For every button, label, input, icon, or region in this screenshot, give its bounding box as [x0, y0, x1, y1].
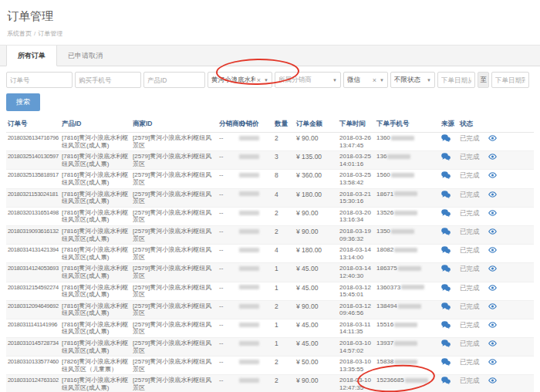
clear-icon[interactable]: ×: [373, 76, 376, 84]
merchant-cell: [2579]黄河小浪底水利枢纽风景区: [131, 245, 218, 263]
search-button[interactable]: 搜索: [6, 93, 40, 111]
status-badge: 已完成: [460, 171, 480, 179]
col-order-phone: 下单手机号: [375, 117, 440, 133]
date-to-input[interactable]: [491, 72, 529, 88]
status-cell: 已完成: [458, 357, 534, 375]
phone-prefix: 186375: [376, 265, 397, 272]
eye-icon[interactable]: [488, 285, 497, 293]
eye-icon[interactable]: [488, 340, 497, 349]
tab-cancel-requested[interactable]: 已申请取消: [57, 46, 113, 66]
product-cell: [7816]黄河小浪底水利枢纽风景区(成人票): [60, 133, 131, 151]
phone-prefix: 15236685: [376, 377, 404, 384]
wechat-bubble-icon: [441, 358, 451, 368]
redacted-phone: [401, 285, 424, 289]
chevron-down-icon[interactable]: ▼: [380, 78, 384, 83]
table-row: 20180312094649692 [7816]黄河小浪底水利枢纽风景区(成人票…: [6, 300, 534, 319]
wechat-bubble-icon: [441, 377, 451, 387]
order-clock: 14:01:16: [339, 161, 373, 168]
eye-icon[interactable]: [488, 359, 497, 367]
amount-cell: ¥ 180.00: [295, 245, 338, 263]
eye-icon[interactable]: [488, 154, 497, 162]
phone-cell: 13937: [375, 338, 440, 357]
product-select[interactable]: 黄河小浪底水利枢纽.. × ▼: [208, 72, 272, 88]
eye-icon[interactable]: [488, 322, 497, 330]
source-select[interactable]: 微信 × ▼: [343, 72, 388, 88]
source-cell: [440, 263, 458, 282]
phone-cell: 136: [375, 151, 440, 170]
eye-icon[interactable]: [488, 210, 497, 218]
distributor-select[interactable]: 所属分销商 ▼: [275, 72, 341, 88]
phone-cell: 18082: [375, 245, 440, 263]
redacted-price: [239, 154, 259, 159]
table-row: 20180310124763102 [7816]黄河小浪底水利枢纽风景区(成人票…: [6, 375, 534, 392]
redacted-phone: [394, 341, 417, 346]
amount-cell: ¥ 135.00: [295, 151, 338, 170]
chevron-down-icon[interactable]: ▼: [427, 78, 431, 83]
source-cell: [440, 300, 458, 319]
eye-icon[interactable]: [488, 265, 497, 274]
order-time-cell: 2018-03-10 13:35:55: [338, 357, 375, 375]
order-no-input[interactable]: [6, 72, 73, 88]
order-date: 2018-03-21: [339, 191, 373, 198]
product-id-input[interactable]: [143, 72, 205, 88]
amount-cell: ¥ 360.00: [295, 170, 338, 188]
quantity-cell: 2: [273, 357, 295, 375]
breadcrumb-home[interactable]: 系统首页: [7, 30, 32, 37]
table-row: 20180311141141996 [7816]黄河小浪底水利枢纽风景区(成人票…: [6, 319, 534, 337]
quantity-cell: 2: [273, 300, 295, 319]
product-cell: [7816]黄河小浪底水利枢纽风景区(成人票): [60, 151, 131, 170]
breadcrumb-separator: /: [34, 30, 35, 37]
date-from-input[interactable]: [437, 72, 475, 88]
source-cell: [440, 151, 458, 170]
col-merchant-id: 商家ID: [131, 117, 218, 133]
table-row: 20180314124053693 [7816]黄河小浪底水利枢纽风景区(成人票…: [6, 263, 534, 282]
status-select[interactable]: 不限状态 ▼: [390, 72, 435, 88]
eye-icon[interactable]: [488, 303, 497, 312]
eye-icon[interactable]: [488, 172, 497, 181]
amount-cell: ¥ 45.00: [295, 263, 338, 282]
eye-icon[interactable]: [488, 247, 497, 255]
tab-all-orders[interactable]: 所有订单: [6, 46, 57, 66]
order-clock: 14:11:35: [339, 328, 373, 336]
redacted-phone: [398, 304, 421, 309]
redacted-price: [239, 304, 259, 309]
amount-cell: ¥ 50.00: [295, 357, 338, 375]
eye-icon[interactable]: [488, 377, 497, 386]
breadcrumb-current: 订单管理: [38, 30, 62, 37]
distribution-price-cell: [238, 263, 273, 282]
clear-icon[interactable]: ×: [257, 76, 261, 84]
status-badge: 已完成: [460, 284, 480, 292]
eye-icon[interactable]: [488, 228, 497, 237]
order-no-cell: 20180320131651498: [6, 207, 60, 225]
status-cell: 已完成: [458, 319, 534, 337]
table-row: 20180319093616132 [7816]黄河小浪底水利枢纽风景区(成人票…: [6, 225, 534, 244]
order-no-cell: 20180310124763102: [6, 375, 60, 392]
quantity-cell: 3: [273, 151, 295, 170]
col-order-time: 下单时间: [338, 117, 375, 133]
redacted-phone: [394, 360, 417, 364]
wechat-bubble-icon: [441, 302, 451, 313]
merchant-cell: [2579]黄河小浪底水利枢纽风景区: [131, 207, 218, 225]
phone-prefix: 1560: [376, 171, 390, 178]
status-cell: 已完成: [458, 170, 534, 188]
breadcrumb: 系统首页/订单管理: [7, 29, 532, 38]
chevron-down-icon[interactable]: ▼: [332, 78, 337, 83]
product-cell: [7816]黄河小浪底水利枢纽风景区(成人票): [60, 170, 131, 188]
table-header-row: 订单号 产品ID 商家ID 分销商ID 分销价 数量 订单金额 下单时间 下单手…: [6, 117, 534, 133]
merchant-cell: [2579]黄河小浪底水利枢纽风景区: [131, 151, 218, 170]
eye-icon[interactable]: [488, 135, 497, 144]
product-cell: [7816]黄河小浪底水利枢纽风景区(成人票): [60, 300, 131, 319]
buyer-phone-input[interactable]: [75, 72, 141, 88]
eye-icon[interactable]: [488, 191, 497, 200]
merchant-cell: [2579]黄河小浪底水利枢纽风景区: [131, 188, 218, 207]
chevron-down-icon[interactable]: ▼: [264, 78, 268, 83]
order-no-cell: 20180325135818917: [6, 170, 60, 188]
merchant-cell: [2579]黄河小浪底水利枢纽风景区: [131, 170, 218, 188]
amount-cell: ¥ 90.00: [295, 375, 338, 392]
phone-prefix: 136: [376, 153, 386, 160]
distributor-id-cell: --: [218, 207, 238, 225]
redacted-phone: [405, 378, 428, 383]
order-time-cell: 2018-03-25 14:01:16: [338, 151, 375, 170]
wechat-bubble-icon: [441, 284, 451, 294]
phone-cell: 15838: [375, 357, 440, 375]
